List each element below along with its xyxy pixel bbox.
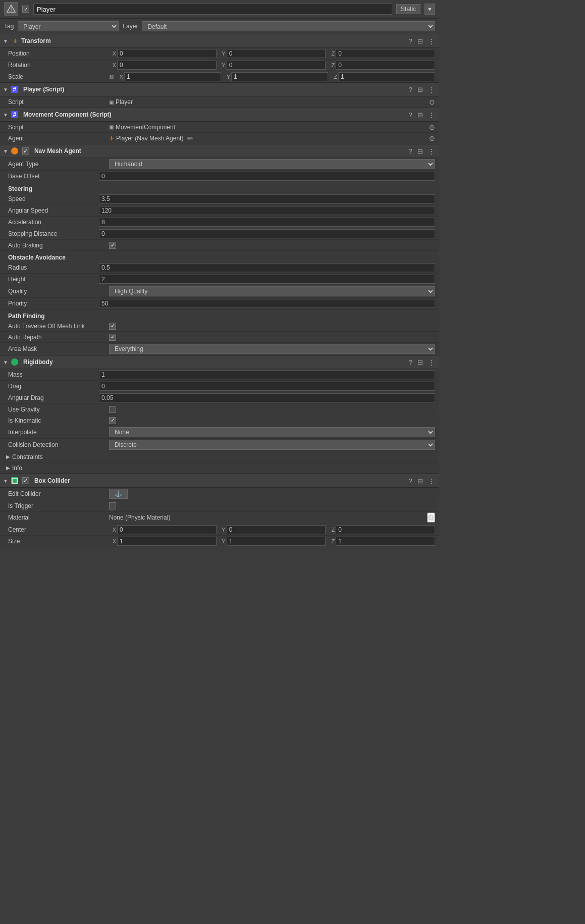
- auto-repath-checkbox[interactable]: [109, 334, 116, 341]
- stopping-distance-input[interactable]: [99, 229, 435, 238]
- box-collider-actions: ? ⊟ ⋮: [407, 477, 436, 485]
- player-script-menu-icon[interactable]: ⋮: [427, 86, 436, 93]
- size-x-input[interactable]: [117, 537, 217, 546]
- drag-row: Drag: [0, 381, 439, 392]
- interpolate-label: Interpolate: [8, 429, 109, 436]
- height-row: Height: [0, 274, 439, 285]
- priority-input[interactable]: [99, 299, 435, 308]
- acceleration-input[interactable]: [99, 218, 435, 227]
- info-row[interactable]: ▶ Info: [0, 463, 439, 474]
- navmesh-help-icon[interactable]: ?: [407, 147, 414, 155]
- position-y-input[interactable]: [227, 49, 326, 58]
- rigidbody-sliders-icon[interactable]: ⊟: [416, 358, 424, 366]
- static-dropdown-button[interactable]: ▼: [424, 4, 435, 15]
- rotation-y-input[interactable]: [227, 61, 326, 70]
- position-z-input[interactable]: [336, 49, 435, 58]
- movement-component-title: Movement Component (Script): [23, 111, 405, 118]
- transform-actions: ? ⊟ ⋮: [407, 37, 436, 45]
- movement-script-target-btn[interactable]: ⊙: [429, 123, 435, 131]
- speed-input[interactable]: [99, 194, 435, 203]
- scale-y-input[interactable]: [231, 72, 328, 81]
- navmesh-title: Nav Mesh Agent: [34, 147, 405, 155]
- box-collider-sliders-icon[interactable]: ⊟: [416, 477, 424, 485]
- player-script-collapse-arrow[interactable]: ▼: [3, 87, 8, 92]
- size-z-input[interactable]: [336, 537, 435, 546]
- movement-help-icon[interactable]: ?: [407, 111, 414, 119]
- drag-input[interactable]: [99, 382, 435, 391]
- scale-x-input[interactable]: [124, 72, 221, 81]
- is-kinematic-checkbox[interactable]: [109, 417, 116, 424]
- box-collider-menu-icon[interactable]: ⋮: [427, 477, 436, 485]
- mass-row: Mass: [0, 369, 439, 381]
- collider-active-checkbox[interactable]: [22, 477, 29, 484]
- player-script-target-btn[interactable]: ⊙: [429, 98, 435, 106]
- center-z-input[interactable]: [336, 525, 435, 534]
- auto-traverse-checkbox[interactable]: [109, 323, 116, 330]
- movement-menu-icon[interactable]: ⋮: [427, 111, 436, 119]
- auto-braking-checkbox[interactable]: [109, 242, 116, 249]
- use-gravity-label: Use Gravity: [8, 406, 109, 413]
- movement-script-row: Script ▣ MovementComponent ⊙: [0, 122, 439, 133]
- box-collider-collapse-arrow[interactable]: ▼: [3, 478, 8, 484]
- transform-collapse-arrow[interactable]: ▼: [3, 38, 8, 44]
- transform-menu-icon[interactable]: ⋮: [427, 37, 436, 45]
- stopping-distance-row: Stopping Distance: [0, 228, 439, 240]
- angular-speed-row: Angular Speed: [0, 205, 439, 217]
- center-x-input[interactable]: [117, 525, 217, 534]
- layer-dropdown[interactable]: Default: [142, 21, 435, 31]
- player-script-actions: ? ⊟ ⋮: [407, 86, 436, 93]
- movement-sliders-icon[interactable]: ⊟: [416, 111, 424, 119]
- rotation-x-input[interactable]: [117, 61, 217, 70]
- radius-input[interactable]: [99, 263, 435, 272]
- rigidbody-help-icon[interactable]: ?: [407, 358, 414, 366]
- movement-component-collapse-arrow[interactable]: ▼: [3, 112, 8, 118]
- static-button[interactable]: Static: [396, 4, 420, 14]
- active-checkbox[interactable]: [22, 6, 29, 13]
- edit-collider-button[interactable]: ⚓: [109, 489, 128, 499]
- scale-link-icon[interactable]: ⛓: [109, 74, 114, 80]
- player-script-title: Player (Script): [23, 86, 405, 93]
- is-kinematic-row: Is Kinematic: [0, 415, 439, 426]
- interpolate-dropdown[interactable]: None: [109, 427, 435, 437]
- rigidbody-collapse-arrow[interactable]: ▼: [3, 360, 8, 365]
- angular-drag-input[interactable]: [99, 393, 435, 402]
- material-target-btn[interactable]: ⊙: [427, 512, 435, 523]
- agent-pencil-btn[interactable]: ✏: [187, 134, 193, 142]
- player-script-sliders-icon[interactable]: ⊟: [416, 86, 424, 93]
- collision-detection-dropdown[interactable]: Discrete: [109, 440, 435, 450]
- player-script-help-icon[interactable]: ?: [407, 86, 414, 93]
- navmesh-sliders-icon[interactable]: ⊟: [416, 147, 424, 155]
- quality-dropdown[interactable]: High Quality: [109, 286, 435, 296]
- height-input[interactable]: [99, 275, 435, 284]
- size-y-input[interactable]: [227, 537, 326, 546]
- base-offset-input[interactable]: [99, 172, 435, 181]
- navmesh-actions: ? ⊟ ⋮: [407, 147, 436, 155]
- position-row: Position X Y Z: [0, 48, 439, 60]
- is-trigger-checkbox[interactable]: [109, 502, 116, 509]
- transform-icon: ✛: [11, 37, 19, 45]
- rigidbody-menu-icon[interactable]: ⋮: [427, 358, 436, 366]
- area-mask-dropdown[interactable]: Everything: [109, 344, 435, 354]
- transform-help-icon[interactable]: ?: [407, 37, 414, 45]
- angular-speed-input[interactable]: [99, 206, 435, 215]
- navmesh-menu-icon[interactable]: ⋮: [427, 147, 436, 155]
- gameobject-name-input[interactable]: [33, 4, 392, 15]
- use-gravity-checkbox[interactable]: [109, 406, 116, 413]
- material-row: Material None (Physic Material) ⊙: [0, 511, 439, 524]
- navmesh-active-checkbox[interactable]: [22, 147, 29, 155]
- mass-input[interactable]: [99, 370, 435, 379]
- constraints-row[interactable]: ▶ Constraints: [0, 451, 439, 463]
- agent-target-btn[interactable]: ⊙: [429, 134, 435, 142]
- center-y-input[interactable]: [227, 525, 326, 534]
- box-collider-help-icon[interactable]: ?: [407, 477, 414, 485]
- scale-z-input[interactable]: [338, 72, 435, 81]
- position-x-input[interactable]: [117, 49, 217, 58]
- tag-dropdown[interactable]: Player: [18, 21, 119, 31]
- rotation-xyz: X Y Z: [109, 61, 435, 70]
- rotation-z-input[interactable]: [336, 61, 435, 70]
- navmesh-collapse-arrow[interactable]: ▼: [3, 148, 8, 154]
- transform-sliders-icon[interactable]: ⊟: [416, 37, 424, 45]
- unity-logo: [4, 2, 18, 16]
- movement-script-label: Script: [8, 124, 109, 131]
- agent-type-dropdown[interactable]: Humanoid: [109, 159, 435, 169]
